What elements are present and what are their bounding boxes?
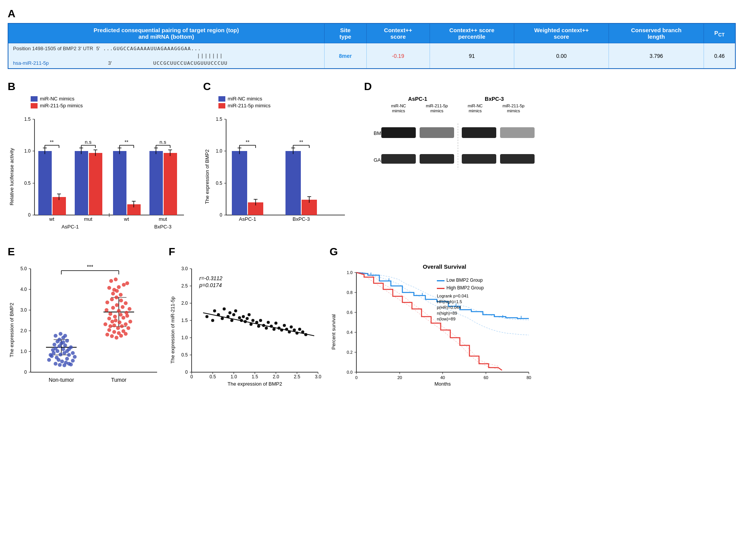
svg-point-265 xyxy=(298,328,301,331)
svg-text:60: 60 xyxy=(484,375,488,380)
svg-point-118 xyxy=(52,343,56,347)
svg-point-187 xyxy=(124,332,128,336)
svg-text:n.s: n.s xyxy=(159,139,166,145)
svg-text:1.0: 1.0 xyxy=(216,148,222,154)
svg-point-242 xyxy=(242,315,245,318)
svg-text:0: 0 xyxy=(28,212,31,218)
svg-point-252 xyxy=(265,327,268,330)
svg-point-231 xyxy=(213,309,216,312)
svg-text:The expression of BMP2: The expression of BMP2 xyxy=(228,381,282,387)
svg-text:p(HR)=0.044: p(HR)=0.044 xyxy=(437,305,461,310)
legend-label-nc-b: miR-NC mimics xyxy=(40,96,74,102)
col-header-percentile: Context++ scorepercentile xyxy=(430,23,514,43)
svg-text:20: 20 xyxy=(397,375,402,380)
panel-d-label: D xyxy=(364,80,548,93)
svg-text:2.0: 2.0 xyxy=(273,374,279,379)
svg-text:1.0: 1.0 xyxy=(231,374,237,379)
svg-text:wt: wt xyxy=(124,216,129,222)
svg-text:0.8: 0.8 xyxy=(347,290,353,295)
pct-cell: 0.46 xyxy=(704,43,735,69)
chart-e: The expression of BMP2 0 1.0 2.0 3.0 4.0… xyxy=(8,261,161,391)
svg-text:80: 80 xyxy=(527,375,531,380)
legend-red-c xyxy=(218,103,225,108)
svg-point-140 xyxy=(54,334,57,338)
cond-3: miR-NCmimics xyxy=(456,103,494,113)
svg-point-174 xyxy=(124,301,128,305)
legend-text-low: Low BMP2 Group xyxy=(446,278,483,283)
cond-4: miR-211-5pmimics xyxy=(494,103,533,113)
svg-text:0.6: 0.6 xyxy=(347,310,353,315)
panel-a-label: A xyxy=(8,8,745,20)
panel-c: C miR-NC mimics miR-211-5p mimics The ex… xyxy=(203,80,349,234)
svg-point-139 xyxy=(57,338,61,342)
percentile-cell: 91 xyxy=(430,43,514,69)
western-blot-svg: BMP2 GAPDH xyxy=(372,116,540,185)
svg-point-186 xyxy=(119,334,123,338)
svg-point-122 xyxy=(51,348,55,352)
svg-point-178 xyxy=(107,328,111,332)
svg-point-160 xyxy=(118,320,121,324)
col-header-pct: PCT xyxy=(704,23,735,43)
svg-point-249 xyxy=(257,325,260,328)
panel-a: A Predicted consequential pairing of tar… xyxy=(8,8,745,69)
svg-point-123 xyxy=(57,358,61,362)
svg-point-131 xyxy=(71,359,75,363)
band-gapdh-1 xyxy=(381,154,416,164)
svg-point-167 xyxy=(120,324,124,328)
context-score-cell: -0.19 xyxy=(366,43,430,69)
svg-point-191 xyxy=(122,283,126,287)
legend-text-high: High BMP2 Group xyxy=(446,285,484,291)
panel-g: G Overall Survival Percent survival 0.0 … xyxy=(330,246,540,393)
svg-text:2.0: 2.0 xyxy=(181,301,188,306)
svg-point-236 xyxy=(228,311,231,314)
svg-point-166 xyxy=(116,326,120,330)
svg-point-159 xyxy=(114,319,118,322)
svg-point-119 xyxy=(61,340,65,344)
targetscan-table: Predicted consequential pairing of targe… xyxy=(8,23,736,69)
bar-b-7 xyxy=(149,151,163,215)
svg-text:n(low)=89: n(low)=89 xyxy=(437,317,456,321)
cond-2: miR-211-5pmimics xyxy=(418,103,456,113)
chart-f: The expression of miR-211-5p 0 0.5 1.0 1… xyxy=(169,261,322,391)
svg-point-238 xyxy=(232,313,235,316)
strand-5-label: 5' xyxy=(96,46,100,51)
svg-point-255 xyxy=(272,328,276,331)
svg-point-152 xyxy=(117,309,121,313)
svg-text:**: ** xyxy=(246,139,249,145)
svg-point-182 xyxy=(126,326,130,330)
y-label-b: Relative luciferase activity xyxy=(9,148,15,205)
cond-1: miR-NCmimics xyxy=(379,103,418,113)
svg-text:Percent survival: Percent survival xyxy=(331,314,336,350)
svg-text:1.0: 1.0 xyxy=(20,349,27,354)
svg-text:0.5: 0.5 xyxy=(216,181,222,186)
svg-text:n.s: n.s xyxy=(85,139,92,145)
svg-text:1.5: 1.5 xyxy=(216,117,222,122)
svg-point-132 xyxy=(73,355,77,359)
seq-top: ...GUGCCAGAAAAUUAGAAAGGGAA... xyxy=(103,46,201,51)
svg-point-184 xyxy=(110,334,114,338)
svg-text:r=-0.3112: r=-0.3112 xyxy=(199,275,223,281)
svg-point-156 xyxy=(128,307,131,311)
svg-point-162 xyxy=(125,314,129,318)
band-gapdh-4 xyxy=(500,154,535,164)
svg-point-237 xyxy=(230,319,233,322)
svg-point-259 xyxy=(283,324,286,327)
svg-point-134 xyxy=(49,353,52,357)
col-header-pairing: Predicted consequential pairing of targe… xyxy=(8,23,324,43)
svg-point-120 xyxy=(69,345,73,349)
svg-text:0: 0 xyxy=(355,375,358,380)
svg-point-142 xyxy=(63,334,67,338)
panel-c-label: C xyxy=(203,80,349,93)
site-type-cell: 8mer xyxy=(324,43,366,69)
svg-point-183 xyxy=(105,333,109,337)
chart-g: Overall Survival Percent survival 0.0 0.… xyxy=(330,261,540,391)
svg-text:2.5: 2.5 xyxy=(181,283,188,289)
svg-point-163 xyxy=(103,322,107,326)
svg-point-185 xyxy=(115,336,118,340)
svg-text:0.5: 0.5 xyxy=(210,374,216,379)
svg-point-233 xyxy=(221,317,224,320)
svg-text:2.0: 2.0 xyxy=(20,328,27,333)
svg-point-150 xyxy=(113,315,117,319)
col-header-context-score: Context++score xyxy=(366,23,430,43)
svg-point-171 xyxy=(110,297,114,301)
